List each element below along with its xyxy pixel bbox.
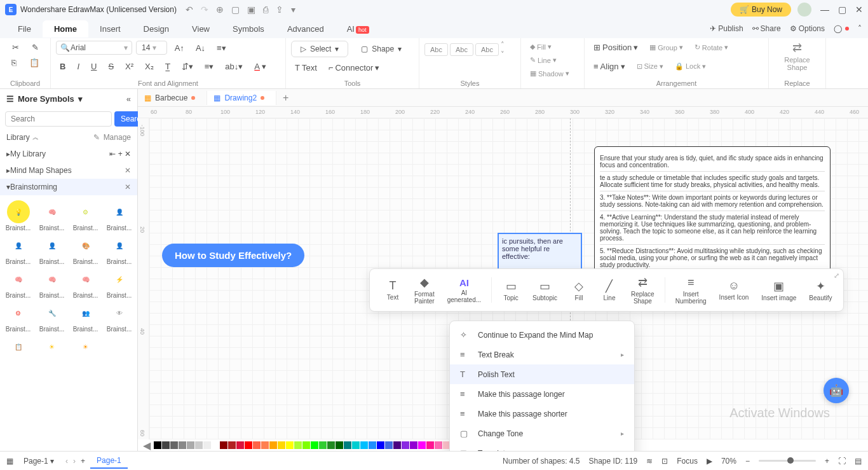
subscript-icon[interactable]: X₂	[141, 60, 158, 73]
cut-icon[interactable]: ✂	[8, 41, 23, 54]
shape-item[interactable]: 🧠Brainst...	[36, 268, 67, 299]
next-page-icon[interactable]: ›	[73, 457, 76, 466]
chat-assistant-icon[interactable]: 🤖	[824, 378, 849, 403]
add-page-icon[interactable]: +	[81, 457, 85, 466]
save-icon[interactable]: ▣	[247, 4, 255, 15]
color-swatch[interactable]	[426, 441, 434, 449]
zoom-out-icon[interactable]: −	[745, 457, 750, 466]
font-color-icon[interactable]: A▾	[250, 60, 270, 73]
color-swatch[interactable]	[294, 441, 302, 449]
color-swatch[interactable]	[261, 441, 269, 449]
main-topic-node[interactable]: How to Study Effectively?	[162, 244, 304, 267]
color-swatch[interactable]	[269, 441, 277, 449]
font-family-select[interactable]: 🔍Arial▾	[56, 41, 132, 55]
color-swatch[interactable]	[385, 441, 393, 449]
presentation-icon[interactable]: ▶	[707, 457, 712, 466]
library-label[interactable]: Library	[6, 133, 30, 142]
tab-ai[interactable]: AIhot	[336, 20, 381, 38]
menu-make-this-passage-shorter[interactable]: ≡Make this passage shorter	[450, 404, 634, 424]
manage-library-button[interactable]: Manage	[104, 133, 131, 142]
tab-view[interactable]: View	[180, 20, 221, 38]
shape-item[interactable]: 📋	[3, 335, 34, 359]
options-button[interactable]: ⚙ Options	[790, 24, 825, 33]
color-swatch[interactable]	[228, 441, 236, 449]
section-brainstorming[interactable]: ▾ Brainstorming ✕	[0, 179, 137, 195]
toolbar-subtopic[interactable]: ▭Subtopic	[527, 277, 562, 304]
shape-item[interactable]: 🔧Brainst...	[36, 301, 67, 333]
zoom-level[interactable]: 70%	[721, 457, 736, 466]
spacing-icon[interactable]: ⇵▾	[178, 60, 197, 73]
share-button[interactable]: ⚯ Share	[752, 24, 781, 33]
menu-continue-to-expand-the-mind-map[interactable]: ✧Continue to Expand the Mind Map	[450, 325, 634, 345]
style-swatch-3[interactable]: Abc	[475, 43, 499, 56]
prev-page-icon[interactable]: ‹	[65, 457, 68, 466]
doc-tab-drawing2[interactable]: ▦Drawing2	[207, 91, 276, 105]
tab-file[interactable]: File	[6, 20, 43, 38]
toolbar-insert-icon[interactable]: ☺Insert Icon	[714, 277, 754, 303]
my-library-section[interactable]: ▸ My Library ⇤ + ✕	[0, 146, 137, 162]
tab-insert[interactable]: Insert	[88, 20, 132, 38]
color-swatch[interactable]	[327, 441, 335, 449]
group-button[interactable]: ▦ Group▾	[646, 41, 687, 53]
buy-now-button[interactable]: 🛒 Buy Now	[731, 3, 791, 17]
menu-change-tone[interactable]: ▢Change Tone▸	[450, 424, 634, 443]
fill-button[interactable]: ◆ Fill▾	[526, 41, 579, 53]
style-swatch-2[interactable]: Abc	[450, 43, 473, 56]
size-button[interactable]: ⊡ Size▾	[633, 60, 667, 73]
color-swatch[interactable]	[360, 441, 368, 449]
text-direction-icon[interactable]: ab↓▾	[221, 60, 247, 73]
subtopic-node[interactable]: ic pursuits, then are some helpful re ef…	[498, 233, 582, 271]
color-swatch[interactable]	[302, 441, 310, 449]
shadow-button[interactable]: ▦ Shadow▾	[526, 67, 579, 79]
shape-item[interactable]: ⚙Brainst...	[70, 200, 101, 232]
close-icon[interactable]: ✕	[855, 4, 863, 15]
collapse-panel-icon[interactable]: «	[126, 94, 131, 104]
menu-translate[interactable]: ⊞Translate▸	[450, 443, 634, 451]
color-swatch[interactable]	[203, 441, 211, 449]
tab-advanced[interactable]: Advanced	[276, 20, 336, 38]
shape-item[interactable]: ⚙Brainst...	[3, 301, 34, 333]
fit-icon[interactable]: ⊡	[661, 457, 668, 466]
color-swatch[interactable]	[245, 441, 252, 449]
panels-icon[interactable]: ▤	[855, 457, 862, 466]
color-swatch[interactable]	[170, 441, 178, 449]
underline-icon[interactable]: U	[87, 60, 100, 73]
toolbar-text[interactable]: TText	[379, 277, 407, 303]
color-swatch[interactable]	[435, 441, 442, 449]
color-swatch[interactable]	[369, 441, 376, 449]
color-swatch[interactable]	[377, 441, 384, 449]
user-avatar[interactable]	[797, 3, 811, 17]
pin-icon[interactable]: ⤢	[834, 272, 839, 280]
shape-item[interactable]: ☀	[70, 335, 101, 359]
shape-item[interactable]: 👤Brainst...	[104, 200, 135, 232]
add-icon[interactable]: +	[118, 149, 123, 158]
style-swatch-1[interactable]: Abc	[424, 43, 448, 56]
color-swatch[interactable]	[220, 441, 227, 449]
line-button[interactable]: ✎ Line▾	[526, 54, 579, 66]
publish-button[interactable]: ✈ Publish	[710, 24, 743, 33]
color-swatch[interactable]	[162, 441, 170, 449]
new-icon[interactable]: ⊕	[216, 4, 224, 15]
color-swatch[interactable]	[311, 441, 318, 449]
toolbar-beautify[interactable]: ✦Beautify	[804, 277, 837, 304]
shape-item[interactable]: 👤Brainst...	[3, 234, 34, 265]
color-swatch[interactable]	[179, 441, 186, 449]
tab-design[interactable]: Design	[132, 20, 180, 38]
toolbar-insert-image[interactable]: ▣Insert image	[756, 277, 801, 304]
align-left-icon[interactable]: ≡▾	[213, 41, 230, 55]
shape-item[interactable]: 🎨Brainst...	[70, 234, 101, 265]
shape-item[interactable]: 👥Brainst...	[70, 301, 101, 333]
palette-left-icon[interactable]: ◀	[143, 439, 151, 452]
color-swatch[interactable]	[393, 441, 401, 449]
close-section-icon[interactable]: ✕	[125, 183, 131, 191]
color-swatch[interactable]	[410, 441, 417, 449]
shape-item[interactable]: 👁Brainst...	[104, 301, 135, 333]
strikethrough-icon[interactable]: S	[104, 60, 118, 73]
replace-shape-icon[interactable]: ⇄	[792, 41, 802, 55]
open-icon[interactable]: ▢	[231, 4, 240, 15]
focus-button[interactable]: Focus	[677, 457, 698, 466]
undo-icon[interactable]: ↶	[186, 4, 193, 15]
toolbar-topic[interactable]: ▭Topic	[497, 277, 525, 304]
more-icon[interactable]: ▾	[291, 4, 295, 15]
shape-item[interactable]: ⚡Brainst...	[104, 268, 135, 299]
